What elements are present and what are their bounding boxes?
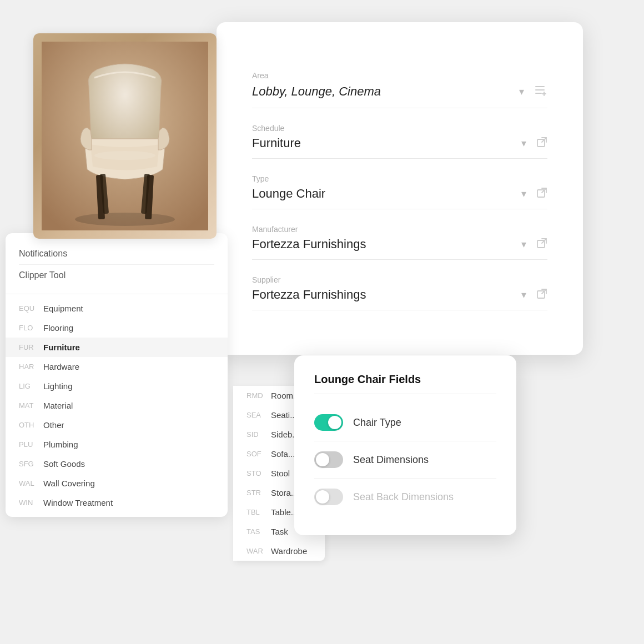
sidebar-category-sfg[interactable]: SFGSoft Goods [6,454,228,474]
manufacturer-field-row: Fortezza Furnishings ▾ [252,237,547,260]
toggle-knob [316,453,329,466]
type-code: STO [246,469,271,477]
schedule-field-group: Schedule Furniture ▾ [252,124,547,159]
chair-illustration [42,42,208,230]
sidebar-category-har[interactable]: HARHardware [6,357,228,376]
sidebar-category-fur[interactable]: FURFurniture [6,338,228,357]
sidebar-category-wal[interactable]: WALWall Covering [6,474,228,493]
category-name: Hardware [43,362,79,371]
toggle-row-seat-dimensions: Seat Dimensions [314,441,496,479]
schedule-label: Schedule [252,124,547,133]
toggle-switch[interactable] [314,414,343,431]
category-code: SFG [19,460,43,468]
area-value: Lobby, Lounge, Cinema [252,84,515,99]
sidebar-category-oth[interactable]: OTHOther [6,415,228,435]
type-label: Type [252,174,547,183]
sidebar-category-equ[interactable]: EQUEquipment [6,299,228,318]
chair-image-card [33,33,217,239]
fields-popup: Lounge Chair Fields Chair Type Seat Dime… [294,355,516,535]
sidebar-category-flo[interactable]: FLOFlooring [6,318,228,338]
manufacturer-chevron-icon[interactable]: ▾ [521,238,526,250]
category-name: Equipment [43,304,83,313]
supplier-chevron-icon[interactable]: ▾ [521,289,526,301]
category-name: Plumbing [43,440,78,449]
manufacturer-external-link-icon[interactable] [536,238,547,251]
sidebar-category-lig[interactable]: LIGLighting [6,376,228,396]
category-name: Other [43,420,64,430]
type-code: WAR [246,547,271,555]
sidebar-category-mat[interactable]: MATMaterial [6,396,228,415]
supplier-label: Supplier [252,275,547,284]
type-code: SID [246,430,271,439]
notifications-item[interactable]: Notifications [19,243,214,265]
toggle-knob [328,416,341,429]
sidebar-category-plu[interactable]: PLUPlumbing [6,435,228,454]
type-code: TBL [246,508,271,516]
popup-title: Lounge Chair Fields [314,373,496,394]
type-name: Seati... [271,410,297,420]
category-code: FUR [19,343,43,351]
supplier-external-link-icon[interactable] [536,288,547,302]
type-name: Stool [271,469,290,478]
category-name: Furniture [43,343,80,352]
toggle-switch[interactable] [314,451,343,468]
clipper-tool-item[interactable]: Clipper Tool [19,265,214,286]
category-list: EQUEquipmentFLOFlooringFURFurnitureHARHa… [6,294,228,517]
supplier-field-row: Fortezza Furnishings ▾ [252,288,547,310]
supplier-value: Fortezza Furnishings [252,288,517,302]
type-name: Sofa... [271,449,295,459]
svg-point-6 [94,151,155,160]
category-code: PLU [19,440,43,449]
type-value: Lounge Chair [252,187,517,201]
manufacturer-field-group: Manufacturer Fortezza Furnishings ▾ [252,225,547,260]
category-code: WIN [19,499,43,507]
svg-line-17 [542,239,546,243]
svg-point-1 [75,213,175,226]
category-code: LIG [19,382,43,390]
area-field-group: Area Lobby, Lounge, Cinema ▾ [252,71,547,108]
sidebar-top: Notifications Clipper Tool [6,233,228,294]
type-field-row: Lounge Chair ▾ [252,187,547,209]
chair-image-background [33,33,217,239]
toggle-row-seat-back-dimensions: Seat Back Dimensions [314,479,496,515]
main-card: Area Lobby, Lounge, Cinema ▾ Schedule Fu… [217,22,583,355]
svg-line-19 [542,289,546,294]
type-field-group: Type Lounge Chair ▾ [252,174,547,209]
toggle-label: Seat Back Dimensions [353,491,454,503]
toggle-switch[interactable] [314,489,343,505]
svg-line-15 [542,188,546,193]
type-code: RMD [246,391,271,400]
schedule-external-link-icon[interactable] [536,137,547,150]
toggle-rows-container: Chair Type Seat Dimensions Seat Back Dim… [314,404,496,515]
toggle-label: Seat Dimensions [353,454,429,466]
category-name: Flooring [43,323,73,333]
type-row-war[interactable]: WARWardrobe [233,541,325,561]
sidebar-category-win[interactable]: WINWindow Treatment [6,493,228,512]
area-label: Area [252,71,547,80]
area-chevron-icon[interactable]: ▾ [519,85,524,98]
category-code: FLO [19,324,43,332]
toggle-row-chair-type: Chair Type [314,404,496,441]
schedule-value: Furniture [252,136,517,150]
area-add-list-icon[interactable] [534,83,547,100]
category-name: Material [43,401,73,410]
type-chevron-icon[interactable]: ▾ [521,188,526,200]
category-name: Wall Covering [43,479,95,488]
category-name: Lighting [43,381,73,391]
schedule-chevron-icon[interactable]: ▾ [521,137,526,149]
area-field-row: Lobby, Lounge, Cinema ▾ [252,83,547,108]
category-name: Window Treatment [43,498,113,507]
manufacturer-value: Fortezza Furnishings [252,237,517,251]
category-code: WAL [19,479,43,487]
toggle-label: Chair Type [353,417,401,429]
category-code: MAT [19,401,43,410]
sidebar-panel: Notifications Clipper Tool EQUEquipmentF… [6,233,228,517]
svg-line-13 [542,138,546,142]
category-code: EQU [19,304,43,313]
toggle-knob [316,490,329,504]
supplier-field-group: Supplier Fortezza Furnishings ▾ [252,275,547,310]
type-code: SOF [246,450,271,458]
type-external-link-icon[interactable] [536,187,547,201]
type-code: SEA [246,411,271,419]
category-code: OTH [19,421,43,429]
